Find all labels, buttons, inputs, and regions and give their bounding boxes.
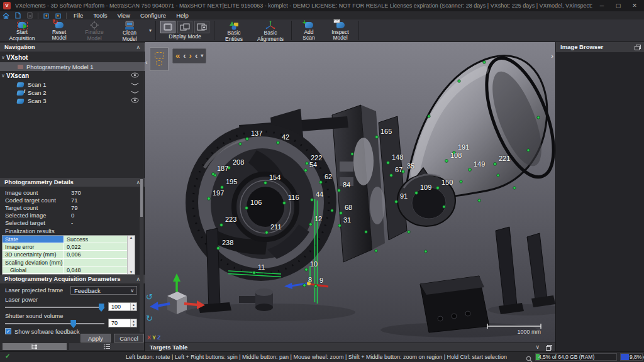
target-dot[interactable] xyxy=(408,231,410,233)
target-dot[interactable] xyxy=(527,149,530,151)
inspect-model-button[interactable]: InspectModel xyxy=(324,19,357,41)
target-selection-tool-button[interactable] xyxy=(150,47,169,71)
axis-triad[interactable]: ↺ ↻ XYZ xyxy=(146,273,205,341)
minimize-button[interactable]: ─ xyxy=(594,0,610,11)
target-dot[interactable] xyxy=(513,187,516,189)
table-row[interactable]: 3D uncertainty (mm)0,006 xyxy=(3,251,135,258)
first-view-icon[interactable]: « xyxy=(175,49,180,63)
target-dot[interactable] xyxy=(375,250,377,252)
table-row[interactable]: Global0,048 xyxy=(3,266,135,274)
collapse-icon[interactable]: ∧ xyxy=(136,43,140,52)
image-browser-header[interactable]: Image Browser xyxy=(556,42,644,52)
target-dot[interactable] xyxy=(460,180,462,183)
tree-view-tab[interactable] xyxy=(3,343,67,350)
target-dot[interactable] xyxy=(497,174,499,177)
expand-targets-table-icon[interactable]: ∨ xyxy=(535,343,540,351)
svg-text:84: 84 xyxy=(343,181,350,189)
finalization-results-table: StateSuccess Image error0,022 3D uncerta… xyxy=(2,235,135,275)
detail-value: 71 xyxy=(71,197,78,204)
menu-help[interactable]: Help xyxy=(171,11,194,19)
reset-model-button[interactable]: ↻ ResetModel xyxy=(42,19,77,41)
target-dot[interactable] xyxy=(331,209,333,212)
target-dot[interactable] xyxy=(365,231,367,233)
start-acquisition-button[interactable]: StartAcquisition xyxy=(3,19,42,41)
last-view-icon[interactable]: ‹ xyxy=(195,49,197,63)
acquisition-parameters-header[interactable]: Photogrammetry Acquisition Parameters∧ xyxy=(0,275,145,283)
menu-tools[interactable]: Tools xyxy=(88,11,112,19)
laser-power-slider[interactable] xyxy=(5,302,104,311)
sidebar-item-photogrammetry-model[interactable]: Photogrammetry Model 1 xyxy=(0,62,145,71)
display-mode-single-button[interactable] xyxy=(160,21,175,33)
sidebar-item-vxscan[interactable]: ∨ VXscan xyxy=(0,71,145,80)
laser-power-input[interactable]: 100▲▼ xyxy=(108,302,137,311)
spinner-arrows-icon[interactable]: ▲▼ xyxy=(130,319,136,327)
clean-model-button[interactable]: CleanModel xyxy=(112,19,147,41)
save-session-icon[interactable] xyxy=(25,12,35,19)
add-scan-button[interactable]: + AddScan xyxy=(294,19,324,41)
finalize-model-button[interactable]: FinalizeModel xyxy=(77,19,112,41)
list-view-tab[interactable] xyxy=(69,343,144,350)
target-dot[interactable] xyxy=(428,115,430,118)
3d-viewport[interactable]: 1374220818719519715422254628411644106681… xyxy=(145,42,555,343)
table-scrollbar[interactable]: ▲▼ xyxy=(127,236,135,274)
visibility-closed-eye-icon[interactable] xyxy=(131,81,139,88)
svg-text:116: 116 xyxy=(288,194,299,201)
target-dot[interactable] xyxy=(351,153,353,155)
sidebar-item-scan-2[interactable]: ! Scan 2 xyxy=(0,89,145,97)
menu-file[interactable]: File xyxy=(69,11,88,19)
view-dropdown-icon[interactable]: ▾ xyxy=(201,49,203,63)
visibility-eye-icon[interactable] xyxy=(131,72,139,79)
next-view-icon[interactable]: › xyxy=(189,49,192,63)
sidebar-item-scan-1[interactable]: Scan 1 xyxy=(0,80,145,89)
display-mode-dual-button[interactable] xyxy=(177,21,192,33)
navigation-panel-header[interactable]: Navigation∧ xyxy=(0,43,145,52)
basic-alignments-button[interactable]: BasicAlignments xyxy=(252,19,289,41)
chevron-down-icon[interactable]: ∨ xyxy=(0,55,6,60)
target-dot[interactable] xyxy=(239,143,242,145)
photogrammetry-details-header[interactable]: Photogrammetry Details∧ xyxy=(0,178,145,187)
target-dot[interactable] xyxy=(483,61,486,63)
apply-button[interactable]: Apply xyxy=(80,334,111,343)
float-panel-icon[interactable] xyxy=(546,345,552,350)
target-dot[interactable] xyxy=(458,80,460,82)
targets-table-bar[interactable]: Targets Table ∨ xyxy=(145,343,555,351)
expand-right-panel-icon[interactable]: › xyxy=(551,52,553,60)
slider-handle[interactable] xyxy=(70,320,76,328)
spinner-arrows-icon[interactable]: ▲▼ xyxy=(130,303,136,310)
shutter-volume-slider[interactable] xyxy=(5,319,104,327)
target-dot[interactable] xyxy=(478,199,480,202)
mouse-help-text: Left button: rotate | Left + Right butto… xyxy=(126,354,507,360)
import-session-icon[interactable] xyxy=(42,12,51,19)
visibility-closed-eye-icon[interactable] xyxy=(131,89,139,96)
home-icon[interactable] xyxy=(1,12,11,19)
maximize-button[interactable]: ▢ xyxy=(610,0,626,11)
sidebar-item-vxshot[interactable]: ∨ VXshot xyxy=(0,53,145,62)
svg-text:68: 68 xyxy=(345,204,352,211)
target-dot[interactable] xyxy=(537,116,540,119)
shutter-volume-input[interactable]: 70▲▼ xyxy=(108,319,137,327)
new-session-icon[interactable] xyxy=(13,12,23,19)
target-dot[interactable] xyxy=(425,250,427,253)
float-panel-icon[interactable] xyxy=(635,45,640,50)
chevron-down-icon[interactable]: ∨ xyxy=(0,73,6,79)
display-mode-overlay-button[interactable] xyxy=(194,21,209,33)
visibility-eye-icon[interactable] xyxy=(131,97,139,104)
clean-model-dropdown-icon[interactable]: ▾ xyxy=(147,19,153,41)
previous-view-icon[interactable]: ‹ xyxy=(183,49,186,63)
collapse-left-overlay-icon[interactable]: ‹ xyxy=(145,58,148,66)
table-row[interactable]: StateSuccess xyxy=(3,236,135,243)
close-button[interactable]: ✕ xyxy=(626,0,643,11)
panel-scrollbar[interactable] xyxy=(140,178,143,332)
target-label[interactable]: 8 xyxy=(303,276,313,287)
sidebar-item-scan-3[interactable]: Scan 3 xyxy=(0,97,145,105)
menu-configure[interactable]: Configure xyxy=(135,11,171,19)
slider-handle[interactable] xyxy=(99,304,104,312)
basic-entities-button[interactable]: BasicEntities xyxy=(216,19,252,41)
cancel-button[interactable]: Cancel xyxy=(114,334,144,343)
laser-frame-select[interactable]: Feedback∨ xyxy=(70,286,137,295)
target-dot[interactable] xyxy=(443,206,445,208)
software-feedback-checkbox[interactable]: ✓ xyxy=(5,328,11,334)
menu-view[interactable]: View xyxy=(113,11,135,19)
table-row[interactable]: Scaling deviation (mm) xyxy=(3,259,135,266)
table-row[interactable]: Image error0,022 xyxy=(3,243,135,251)
